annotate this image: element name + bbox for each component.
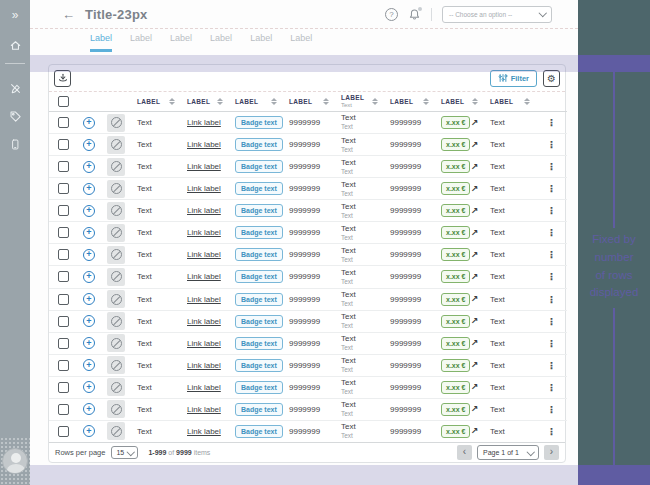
open-external-icon[interactable]: ↗ — [470, 118, 478, 128]
next-page-button[interactable]: › — [544, 445, 559, 460]
row-checkbox[interactable] — [58, 294, 69, 305]
tab-1[interactable]: Label — [90, 33, 112, 52]
sort-icon[interactable] — [269, 96, 279, 108]
row-menu-button[interactable]: ⋮ — [547, 404, 557, 415]
row-checkbox[interactable] — [58, 139, 69, 150]
expand-row-button[interactable]: + — [83, 359, 95, 371]
row-menu-button[interactable]: ⋮ — [547, 316, 557, 327]
link-label[interactable]: Link label — [187, 361, 221, 370]
row-checkbox[interactable] — [58, 316, 69, 327]
link-label[interactable]: Link label — [187, 184, 221, 193]
sort-icon[interactable] — [522, 96, 532, 108]
row-menu-button[interactable]: ⋮ — [547, 227, 557, 238]
open-external-icon[interactable]: ↗ — [470, 272, 478, 282]
link-label[interactable]: Link label — [187, 162, 221, 171]
link-label[interactable]: Link label — [187, 118, 221, 127]
settings-gear-button[interactable]: ⚙ — [543, 70, 560, 87]
row-menu-button[interactable]: ⋮ — [547, 271, 557, 282]
prev-page-button[interactable]: ‹ — [457, 445, 472, 460]
sort-icon[interactable] — [321, 96, 331, 108]
row-checkbox[interactable] — [58, 271, 69, 282]
row-menu-button[interactable]: ⋮ — [547, 183, 557, 194]
download-button[interactable] — [54, 70, 71, 87]
tag-icon[interactable] — [0, 105, 30, 127]
expand-row-button[interactable]: + — [83, 183, 95, 195]
header-option-select[interactable]: -- Choose an option -- — [442, 6, 552, 23]
expand-row-button[interactable]: + — [83, 381, 95, 393]
link-label[interactable]: Link label — [187, 405, 221, 414]
open-external-icon[interactable]: ↗ — [470, 316, 478, 326]
expand-row-button[interactable]: + — [83, 117, 95, 129]
row-menu-button[interactable]: ⋮ — [547, 139, 557, 150]
link-label[interactable]: Link label — [187, 317, 221, 326]
device-icon[interactable] — [0, 133, 30, 155]
row-checkbox[interactable] — [58, 117, 69, 128]
expand-row-button[interactable]: + — [83, 271, 95, 283]
row-checkbox[interactable] — [58, 205, 69, 216]
tab-3[interactable]: Label — [170, 33, 192, 52]
link-label[interactable]: Link label — [187, 228, 221, 237]
filter-button[interactable]: Filter — [490, 70, 537, 87]
row-menu-button[interactable]: ⋮ — [547, 205, 557, 216]
link-label[interactable]: Link label — [187, 427, 221, 436]
page-select[interactable]: Page 1 of 1 — [477, 445, 539, 460]
expand-row-button[interactable]: + — [83, 139, 95, 151]
open-external-icon[interactable]: ↗ — [470, 162, 478, 172]
link-label[interactable]: Link label — [187, 295, 221, 304]
row-checkbox[interactable] — [58, 360, 69, 371]
row-checkbox[interactable] — [58, 227, 69, 238]
open-external-icon[interactable]: ↗ — [470, 382, 478, 392]
link-label[interactable]: Link label — [187, 272, 221, 281]
tab-6[interactable]: Label — [290, 33, 312, 52]
sort-icon[interactable] — [370, 96, 380, 108]
expand-row-button[interactable]: + — [83, 425, 95, 437]
user-avatar[interactable] — [2, 448, 28, 474]
page-size-select[interactable]: 15 — [111, 446, 138, 459]
open-external-icon[interactable]: ↗ — [470, 338, 478, 348]
notification-bell-icon[interactable] — [408, 8, 421, 21]
row-menu-button[interactable]: ⋮ — [547, 382, 557, 393]
help-icon[interactable]: ? — [385, 8, 398, 21]
open-external-icon[interactable]: ↗ — [470, 294, 478, 304]
back-arrow-button[interactable]: ← — [62, 8, 75, 21]
open-external-icon[interactable]: ↗ — [470, 228, 478, 238]
sort-icon[interactable] — [470, 96, 480, 108]
row-menu-button[interactable]: ⋮ — [547, 249, 557, 260]
sort-icon[interactable] — [215, 96, 225, 108]
row-checkbox[interactable] — [58, 426, 69, 437]
row-checkbox[interactable] — [58, 183, 69, 194]
open-external-icon[interactable]: ↗ — [470, 404, 478, 414]
link-label[interactable]: Link label — [187, 140, 221, 149]
expand-row-button[interactable]: + — [83, 293, 95, 305]
row-menu-button[interactable]: ⋮ — [547, 338, 557, 349]
sort-icon[interactable] — [421, 96, 431, 108]
row-checkbox[interactable] — [58, 161, 69, 172]
home-icon[interactable] — [0, 34, 30, 56]
tab-5[interactable]: Label — [250, 33, 272, 52]
row-menu-button[interactable]: ⋮ — [547, 161, 557, 172]
expand-row-button[interactable]: + — [83, 249, 95, 261]
open-external-icon[interactable]: ↗ — [470, 360, 478, 370]
expand-row-button[interactable]: + — [83, 161, 95, 173]
row-checkbox[interactable] — [58, 249, 69, 260]
expand-row-button[interactable]: + — [83, 227, 95, 239]
link-label[interactable]: Link label — [187, 250, 221, 259]
link-label[interactable]: Link label — [187, 206, 221, 215]
row-checkbox[interactable] — [58, 404, 69, 415]
open-external-icon[interactable]: ↗ — [470, 184, 478, 194]
row-menu-button[interactable]: ⋮ — [547, 360, 557, 371]
expand-row-button[interactable]: + — [83, 205, 95, 217]
open-external-icon[interactable]: ↗ — [470, 426, 478, 436]
collapse-sidebar-icon[interactable]: » — [0, 4, 30, 26]
tab-4[interactable]: Label — [210, 33, 232, 52]
tab-2[interactable]: Label — [130, 33, 152, 52]
sort-icon[interactable] — [167, 96, 177, 108]
select-all-checkbox[interactable] — [58, 96, 69, 107]
open-external-icon[interactable]: ↗ — [470, 250, 478, 260]
expand-row-button[interactable]: + — [83, 337, 95, 349]
open-external-icon[interactable]: ↗ — [470, 140, 478, 150]
row-menu-button[interactable]: ⋮ — [547, 294, 557, 305]
row-menu-button[interactable]: ⋮ — [547, 426, 557, 437]
edit-disabled-icon[interactable] — [0, 77, 30, 99]
expand-row-button[interactable]: + — [83, 403, 95, 415]
